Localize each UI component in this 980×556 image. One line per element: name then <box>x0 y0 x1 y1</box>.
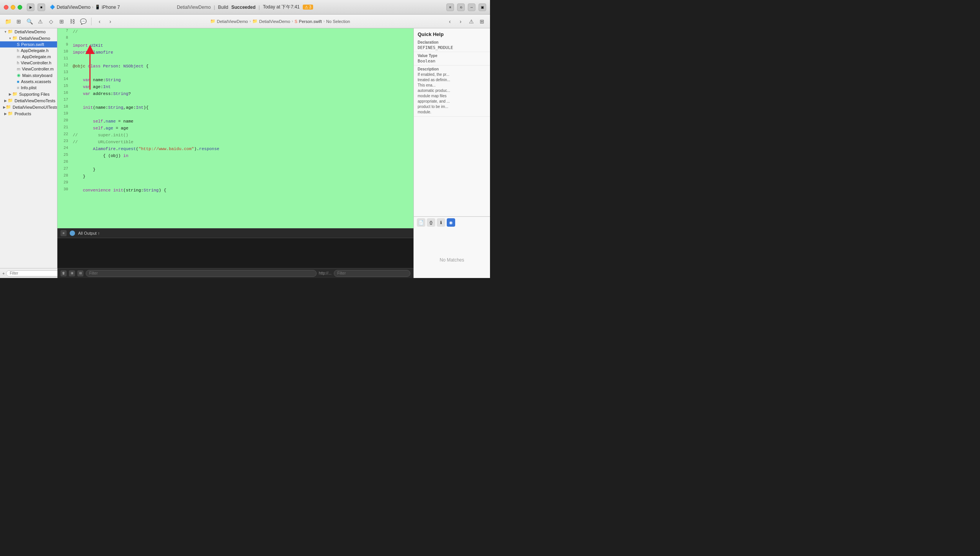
qh-json-icon-btn[interactable]: {} <box>427 218 435 227</box>
qh-valuetype-row: Value Type Boolean <box>414 52 490 65</box>
warning-badge: ⚠ 3 <box>303 5 313 10</box>
sidebar-item-appdelegate-h[interactable]: h AppDelegate.h <box>0 47 57 54</box>
layout-btn-4[interactable]: ▣ <box>479 3 486 11</box>
sidebar-item-main-storyboard[interactable]: ◉ Main.storyboard <box>0 72 57 78</box>
folder-icon[interactable]: 📁 <box>4 17 12 26</box>
split-view-btn[interactable]: ⊞ <box>69 270 75 276</box>
qh-description-label: Description <box>418 67 486 71</box>
sidebar-item-viewcontroller-h[interactable]: h ViewController.h <box>0 60 57 66</box>
folder-icon-tests: 📁 <box>8 98 13 103</box>
console-filter-input-2[interactable] <box>334 270 410 277</box>
sidebar-item-ui-tests[interactable]: ▶ 📁 DetialViewDemoUITests <box>0 104 57 110</box>
grid-icon[interactable]: ⊞ <box>57 17 66 26</box>
separator-1 <box>91 18 91 25</box>
inspect-icon[interactable]: ⊞ <box>15 17 23 26</box>
add-file-button[interactable]: + <box>2 270 5 277</box>
console-bottom-bar: 🗑 ⊞ ⊟ http://... <box>57 268 413 278</box>
h-icon-1: h <box>17 48 19 53</box>
swift-icon: S <box>17 42 20 47</box>
sidebar-label-products: Products <box>15 111 31 116</box>
sidebar-item-person-swift[interactable]: S Person.swift <box>0 41 57 47</box>
sidebar-item-viewcontroller-m[interactable]: m ViewController.m <box>0 66 57 72</box>
stop-button[interactable]: ■ <box>38 3 45 11</box>
search-icon[interactable]: 🔍 <box>25 17 34 26</box>
build-status: Succeeded <box>231 5 255 10</box>
grid-view-btn[interactable]: ⊟ <box>77 270 83 276</box>
console-filter-end: http://... <box>319 271 332 275</box>
code-editor[interactable]: 7 // 8 9 import UIKit 10 import Alamofir… <box>57 28 413 228</box>
titlebar-right: ≡ ⎋ ↔ ▣ <box>446 3 486 11</box>
breadcrumb-file[interactable]: Person.swift <box>299 19 322 24</box>
breadcrumb: 📁 DetialViewDemo › 📁 DetialViewDemo › S … <box>117 19 443 24</box>
code-line-7: 7 // <box>57 28 413 35</box>
sidebar-item-tests[interactable]: ▶ 📁 DetialViewDemoTests <box>0 97 57 104</box>
qh-declaration-label: Declaration <box>418 40 486 44</box>
layout-btn-1[interactable]: ≡ <box>446 3 454 11</box>
sidebar-filter-input[interactable] <box>6 270 57 276</box>
layout-btn-3[interactable]: ↔ <box>468 3 475 11</box>
minimize-button[interactable] <box>11 5 15 10</box>
storyboard-icon: ◉ <box>17 73 21 78</box>
titlebar-controls: ▶ ■ <box>27 3 45 11</box>
m-icon-2: m <box>17 67 20 71</box>
breadcrumb-sep-3: › <box>323 19 325 23</box>
bookmark-icon[interactable]: ◇ <box>47 17 55 26</box>
link-icon[interactable]: ⛓ <box>68 17 77 26</box>
sidebar-item-group[interactable]: ▾ 📁 DetialViewDemo <box>0 35 57 41</box>
expand-arrow-tests: ▶ <box>3 99 8 103</box>
code-line-12: 12 @objc class Person: NSObject { <box>57 63 413 70</box>
nav-back[interactable]: ‹ <box>95 17 104 26</box>
code-line-20: 20 self.name = name <box>57 118 413 125</box>
sidebar-label-tests: DetialViewDemoTests <box>15 98 56 103</box>
console-output-area[interactable] <box>57 238 413 268</box>
console-panel: ≡ All Output ↑ 🗑 ⊞ ⊟ http://... <box>57 228 413 278</box>
warning-icon[interactable]: ⚠ <box>36 17 44 26</box>
titlebar: ▶ ■ 🔷 DetialViewDemo › 📱 iPhone 7 Detial… <box>0 0 490 15</box>
console-toggle-btn[interactable]: ≡ <box>60 230 67 236</box>
nav-back-2[interactable]: ‹ <box>446 17 454 26</box>
expand-arrow-root: ▾ <box>3 30 8 34</box>
traffic-lights <box>4 5 22 10</box>
zoom-button[interactable] <box>18 5 22 10</box>
m-icon-1: m <box>17 54 20 59</box>
clear-console-btn[interactable]: 🗑 <box>60 270 67 276</box>
sidebar-item-assets[interactable]: ■ Assets.xcassets <box>0 78 57 85</box>
sidebar-label-viewcontroller-m: ViewController.m <box>22 67 54 71</box>
code-line-19: 19 <box>57 111 413 118</box>
qh-active-icon-btn[interactable]: ◉ <box>447 218 455 227</box>
toolbar: 📁 ⊞ 🔍 ⚠ ◇ ⊞ ⛓ 💬 ‹ › 📁 DetialViewDemo › 📁… <box>0 15 490 28</box>
code-line-10: 10 import Alamofire <box>57 49 413 56</box>
sidebar-label-main-storyboard: Main.storyboard <box>22 73 52 78</box>
console-filter-input[interactable] <box>86 270 317 277</box>
sidebar-item-products[interactable]: ▶ 📁 Products <box>0 110 57 117</box>
sidebar-item-appdelegate-m[interactable]: m AppDelegate.m <box>0 54 57 60</box>
expand-arrow-group: ▾ <box>8 36 12 40</box>
layout-btn-2[interactable]: ⎋ <box>457 3 465 11</box>
expand-icon[interactable]: ⊞ <box>478 17 486 26</box>
qh-info-icon-btn[interactable]: ℹ <box>437 218 445 227</box>
code-line-21: 21 self.age = age <box>57 125 413 132</box>
close-button[interactable] <box>4 5 8 10</box>
qh-file-icon-btn[interactable]: 📄 <box>417 218 425 227</box>
code-line-28: 28 } <box>57 173 413 180</box>
sidebar-label-info-plist: Info.plist <box>21 85 36 90</box>
play-button[interactable]: ▶ <box>27 3 34 11</box>
nav-forward-2[interactable]: › <box>456 17 465 26</box>
sidebar-item-supporting-files[interactable]: ▶ 📁 Supporting Files <box>0 91 57 97</box>
code-line-17: 17 <box>57 97 413 104</box>
breadcrumb-project[interactable]: DetialViewDemo <box>217 19 248 24</box>
xcassets-icon: ■ <box>17 79 20 84</box>
sidebar-item-root[interactable]: ▾ 📁 DetialViewDemo <box>0 28 57 35</box>
breadcrumb-selection[interactable]: No Selection <box>326 19 350 24</box>
breadcrumb-sep-2: › <box>292 19 293 23</box>
sidebar-item-info-plist[interactable]: ≡ Info.plist <box>0 85 57 91</box>
comment-icon[interactable]: 💬 <box>79 17 87 26</box>
device-name[interactable]: iPhone 7 <box>102 5 120 10</box>
nav-forward[interactable]: › <box>106 17 114 26</box>
expand-arrow-products: ▶ <box>3 112 8 116</box>
breadcrumb-group[interactable]: DetialViewDemo <box>259 19 290 24</box>
warning-icon-2[interactable]: ⚠ <box>467 17 475 26</box>
no-matches-label: No Matches <box>414 257 490 263</box>
console-status-dot <box>70 231 75 236</box>
console-toolbar: ≡ All Output ↑ <box>57 228 413 238</box>
